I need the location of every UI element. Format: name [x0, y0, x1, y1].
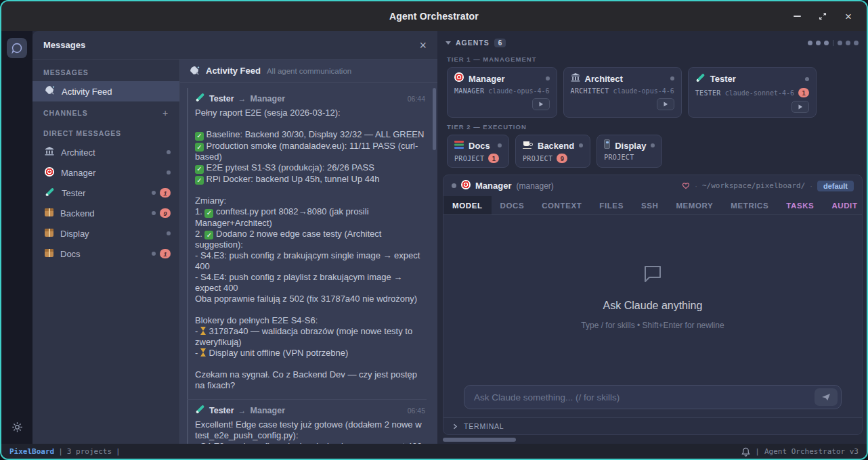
message-sender[interactable]: Tester	[209, 94, 234, 104]
unread-badge: 9	[160, 208, 171, 218]
prompt-input[interactable]: Ask Claude something... (/ for skills)	[464, 385, 842, 409]
maximize-button[interactable]	[814, 8, 831, 24]
messages-rail-button[interactable]	[7, 38, 27, 58]
window-controls: ×	[788, 8, 867, 24]
statusbar-app-name[interactable]: PixelBoard	[9, 447, 54, 456]
feed-scrollbar[interactable]	[433, 88, 436, 150]
tier1-label: TIER 1 — MANAGEMENT	[447, 55, 867, 63]
sidebar-dm-item[interactable]: Tester 1	[32, 183, 179, 203]
close-button[interactable]: ×	[840, 8, 857, 24]
feed-message-list[interactable]: Tester → Manager 06:44 Pełny raport E2E …	[180, 83, 437, 444]
dot-separator: ·	[810, 182, 812, 190]
message-recipient[interactable]: Manager	[251, 406, 285, 415]
detail-content: Ask Claude anything Type / for skills • …	[443, 215, 862, 380]
agent-run-button[interactable]	[532, 98, 550, 110]
message-line: - S4.E4: push config z playlist z brakuj…	[195, 272, 425, 294]
add-channel-button[interactable]: +	[162, 108, 169, 118]
app-window: Agent Orchestrator ×	[0, 0, 868, 460]
titlebar[interactable]: Agent Orchestrator ×	[1, 1, 867, 31]
agent-avatar-slot	[523, 139, 533, 152]
unread-dot	[152, 191, 156, 195]
agent-avatar-slot	[454, 72, 464, 85]
workspace-path: ~/workspace/pixelboard/	[702, 181, 805, 190]
send-button[interactable]	[815, 388, 838, 406]
unread-dot	[152, 211, 156, 215]
horizontal-scrollbar[interactable]	[443, 437, 863, 443]
tab-audit[interactable]: AUDIT	[823, 196, 866, 214]
agent-card-role: PROJECT	[454, 155, 484, 162]
messages-section-label: MESSAGES	[32, 62, 179, 81]
message-header: Tester → Manager 06:44	[195, 92, 425, 105]
horizontal-scrollbar-thumb[interactable]	[443, 438, 516, 442]
tab-context[interactable]: CONTEXT	[533, 196, 590, 214]
bell-icon[interactable]	[741, 446, 750, 457]
minimize-button[interactable]	[788, 8, 806, 24]
dots-divider	[833, 40, 833, 46]
channels-section-label: CHANNELS +	[32, 101, 179, 123]
dot-separator: ·	[695, 182, 697, 190]
status-dot	[854, 41, 859, 45]
target-icon	[454, 72, 464, 82]
detail-agent-name: Manager	[475, 181, 511, 191]
sidebar-dm-item[interactable]: Architect	[32, 142, 179, 162]
agent-card-role: MANAGER	[454, 87, 484, 95]
sidebar-item-activity-feed[interactable]: Activity Feed	[32, 81, 179, 101]
agent-card[interactable]: Manager MANAGER claude-opus-4-6	[447, 67, 557, 118]
sidebar-dm-item[interactable]: Backend 9	[32, 203, 179, 223]
settings-button[interactable]	[12, 421, 23, 436]
sidebar-dm-item[interactable]: Display	[32, 223, 179, 244]
building-icon	[45, 147, 54, 156]
agent-run-button[interactable]	[657, 98, 674, 110]
books-icon	[454, 141, 464, 149]
message-body: Pełny raport E2E (sesja 2026-03-12):✓ Ba…	[195, 108, 425, 391]
detail-tabs: MODELDOCSCONTEXTFILESSSHMEMORYMETRICSTAS…	[443, 196, 862, 215]
project-agent-card[interactable]: Docs PROJECT 1	[447, 135, 509, 168]
detail-avatar-slot	[461, 180, 471, 192]
heart-icon[interactable]	[682, 182, 690, 189]
arrow-icon: →	[238, 406, 246, 415]
agents-header[interactable]: AGENTS 6	[443, 35, 867, 50]
agent-run-button[interactable]	[791, 101, 809, 113]
window-title: Agent Orchestrator	[1, 11, 867, 22]
empty-state-hint: Type / for skills • Shift+Enter for newl…	[581, 321, 724, 330]
tab-memory[interactable]: MEMORY	[667, 196, 722, 214]
agent-avatar-slot	[454, 139, 464, 152]
message-line	[195, 185, 425, 196]
play-icon	[663, 101, 668, 107]
sidebar-dm-item[interactable]: Manager	[32, 162, 179, 183]
play-icon	[538, 101, 544, 107]
right-panel: AGENTS 6 TIER 1 — MANAGEMENT Manager MAN…	[437, 31, 867, 444]
agent-card-badge: 1	[798, 88, 809, 97]
feed-message: Tester → Manager 06:44 Pełny raport E2E …	[187, 88, 427, 400]
message-line: - 31787a40 — walidacja obrazów (moje now…	[195, 326, 425, 348]
arrow-icon: →	[238, 94, 246, 104]
tab-ssh[interactable]: SSH	[632, 196, 667, 214]
messages-close-button[interactable]: ×	[419, 39, 427, 51]
agent-card[interactable]: Tester TESTER claude-sonnet-4-6 1	[688, 67, 817, 118]
message-header: Tester → Manager 06:45	[195, 404, 425, 417]
agent-card-badge: 1	[488, 154, 499, 163]
dm-avatar-slot	[45, 229, 53, 239]
pen-icon	[695, 72, 706, 83]
message-line: ✓ E2E pytest S1-S3 (produkcja): 26/26 PA…	[195, 162, 425, 174]
dm-avatar-slot	[45, 167, 54, 179]
tab-metrics[interactable]: METRICS	[722, 196, 777, 214]
agent-detail-panel: Manager (manager) · ~/workspace/pixelboa…	[443, 175, 863, 435]
tab-files[interactable]: FILES	[590, 196, 632, 214]
project-agent-card[interactable]: Display PROJECT	[596, 135, 662, 168]
sidebar-dm-item[interactable]: Docs 1	[32, 244, 179, 264]
unread-dot	[167, 231, 171, 235]
message-recipient[interactable]: Manager	[251, 94, 285, 104]
agent-card-status-dot	[651, 143, 655, 147]
tab-docs[interactable]: DOCS	[492, 196, 534, 214]
tab-model[interactable]: MODEL	[443, 196, 492, 214]
agents-count-badge: 6	[494, 39, 506, 47]
agent-card-model: claude-opus-4-6	[613, 87, 674, 95]
message-sender[interactable]: Tester	[209, 406, 234, 415]
terminal-toggle[interactable]: TERMINAL	[443, 417, 862, 434]
tier2-row: Docs PROJECT 1 Backend PROJECT 9 Display…	[443, 135, 867, 168]
agent-card[interactable]: Architect ARCHITECT claude-opus-4-6	[563, 67, 682, 118]
tab-tasks[interactable]: TASKS	[777, 196, 823, 214]
profile-badge[interactable]: default	[817, 181, 854, 191]
project-agent-card[interactable]: Backend PROJECT 9	[515, 135, 590, 168]
